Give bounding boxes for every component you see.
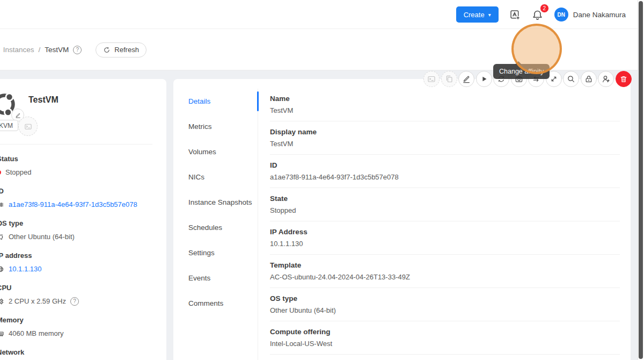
project-icon-glyph — [509, 9, 521, 20]
details-panel: Name TestVM Display name TestVM ID a1ae7… — [270, 88, 620, 360]
create-button-label: Create — [464, 11, 485, 19]
magnifier-icon — [567, 75, 575, 83]
create-button[interactable]: Create ▾ — [456, 6, 499, 23]
tab-settings[interactable]: Settings — [173, 240, 258, 265]
trash-icon — [619, 75, 628, 83]
globe-icon — [0, 265, 4, 273]
attr-cpu: CPU 2 CPU x 2.59 GHz ? — [0, 283, 152, 306]
detail-value: TestVM — [270, 106, 620, 116]
detail-section-dynamically-scalable: Dynamically scalable — [270, 355, 620, 360]
lock-icon — [584, 75, 593, 83]
detail-label: ID — [270, 160, 620, 170]
attr-memory: Memory 4060 MB memory — [0, 315, 152, 339]
detail-section-state: State Stopped — [270, 188, 620, 221]
detail-value: a1ae73f8-911a-4e64-93f7-1d3c5b57e078 — [270, 172, 620, 182]
detail-label: OS type — [270, 293, 620, 304]
instance-name-title: TestVM — [28, 95, 58, 105]
tab-volumes[interactable]: Volumes — [173, 139, 258, 164]
barcode-icon — [0, 201, 4, 208]
memory-icon — [0, 330, 4, 337]
play-icon — [480, 75, 488, 83]
detail-section-ip: IP Address 10.1.1.130 — [270, 221, 620, 255]
console-icon — [427, 75, 436, 83]
attr-status-value: Stopped — [5, 168, 31, 177]
detail-value: AC-OS-ubuntu-24.04-2024-04-26T13-33-49Z — [270, 272, 620, 282]
detail-section-template: Template AC-OS-ubuntu-24.04-2024-04-26T1… — [270, 255, 620, 288]
detail-section-os-type: OS type Other Ubuntu (64-bit) — [270, 288, 620, 321]
scrollbar-thumb[interactable] — [639, 1, 643, 359]
change-affinity-tooltip: Change affinity — [493, 64, 550, 79]
cpu-chip-icon — [0, 298, 4, 305]
detail-section-display-name: Display name TestVM — [270, 121, 620, 155]
detail-section-compute-offering: Compute offering Intel-Local-US-West — [270, 321, 620, 355]
user-menu[interactable]: DN Dane Nakamura — [554, 8, 626, 21]
attr-os-label: OS type — [0, 219, 152, 228]
detail-label: Template — [270, 260, 620, 270]
divider — [0, 144, 152, 145]
chevron-down-icon: ▾ — [488, 12, 491, 18]
instance-attributes: Status Stopped ID a1ae73f8-911a-4e64-93f… — [0, 154, 152, 360]
detail-section-id: ID a1ae73f8-911a-4e64-93f7-1d3c5b57e078 — [270, 155, 620, 188]
edit-button[interactable] — [458, 71, 474, 87]
attr-id: ID a1ae73f8-911a-4e64-93f7-1d3c5b57e078 — [0, 186, 152, 210]
copy-icon — [445, 75, 453, 83]
refresh-icon — [103, 46, 111, 54]
tab-metrics[interactable]: Metrics — [173, 114, 258, 139]
detail-label: State — [270, 193, 620, 204]
attr-os-type: OS type Other Ubuntu (64-bit) — [0, 219, 152, 242]
tab-events[interactable]: Events — [173, 265, 258, 291]
destroy-instance-button[interactable] — [616, 71, 632, 87]
page-scrollbar[interactable] — [638, 0, 644, 360]
refresh-button-label: Refresh — [114, 46, 139, 54]
copy-button — [441, 71, 457, 87]
notifications-bell-icon[interactable]: 2 — [532, 9, 544, 20]
help-icon[interactable]: ? — [73, 46, 82, 54]
detail-label: Compute offering — [270, 327, 620, 337]
attr-status: Status Stopped — [0, 154, 152, 177]
attach-iso-button[interactable] — [563, 71, 579, 87]
avatar: DN — [554, 8, 568, 21]
detail-label: Display name — [270, 127, 620, 137]
hypervisor-tag: KVM — [0, 120, 18, 131]
detail-label: Name — [270, 93, 620, 104]
attr-memory-value: 4060 MB memory — [9, 329, 64, 339]
attr-ip: IP address 10.1.1.130 — [0, 251, 152, 274]
attr-memory-label: Memory — [0, 315, 152, 325]
breadcrumb-separator: / — [39, 46, 41, 54]
tab-nics[interactable]: NICs — [173, 164, 258, 190]
diagonal-resize-icon — [550, 75, 558, 83]
attr-id-value-link[interactable]: a1ae73f8-911a-4e64-93f7-1d3c5b57e078 — [9, 200, 137, 210]
attr-os-value: Other Ubuntu (64-bit) — [9, 232, 75, 242]
top-header: Create ▾ 2 DN Dane Nakam — [0, 0, 638, 29]
instance-summary-card: TestVM KVM Status Stopped ID — [0, 79, 166, 360]
tab-schedules[interactable]: Schedules — [173, 215, 258, 240]
attr-cpu-label: CPU — [0, 283, 152, 293]
refresh-button[interactable]: Refresh — [96, 42, 147, 57]
cpu-help-icon[interactable]: ? — [70, 297, 79, 306]
page: Create ▾ 2 DN Dane Nakam — [0, 0, 644, 360]
detail-value: Other Ubuntu (64-bit) — [270, 306, 620, 315]
instance-detail-card: Details Metrics Volumes NICs Instance Sn… — [173, 79, 631, 360]
reset-password-button[interactable] — [581, 71, 597, 87]
detail-tabs: Details Metrics Volumes NICs Instance Sn… — [173, 89, 258, 360]
detail-value: TestVM — [270, 139, 620, 149]
tab-details[interactable]: Details — [173, 89, 258, 114]
breadcrumb-item-instances[interactable]: Instances — [3, 46, 34, 54]
attr-id-label: ID — [0, 186, 152, 196]
start-instance-button[interactable] — [476, 71, 492, 87]
pencil-icon — [462, 75, 471, 83]
attr-status-label: Status — [0, 154, 152, 164]
tab-comments[interactable]: Comments — [173, 291, 258, 316]
detail-value: Stopped — [270, 206, 620, 215]
console-icon — [24, 123, 32, 131]
tab-instance-snapshots[interactable]: Instance Snapshots — [173, 190, 258, 215]
detail-value: Intel-Local-US-West — [270, 339, 620, 349]
detail-value: 10.1.1.130 — [270, 239, 620, 249]
status-stopped-icon — [0, 170, 1, 175]
user-add-icon — [602, 75, 610, 83]
assign-instance-button[interactable] — [598, 71, 614, 87]
attr-ip-value-link[interactable]: 10.1.1.130 — [9, 264, 41, 274]
project-icon[interactable] — [509, 9, 521, 20]
attr-network: Network — [0, 348, 152, 360]
detail-section-name: Name TestVM — [270, 88, 620, 121]
